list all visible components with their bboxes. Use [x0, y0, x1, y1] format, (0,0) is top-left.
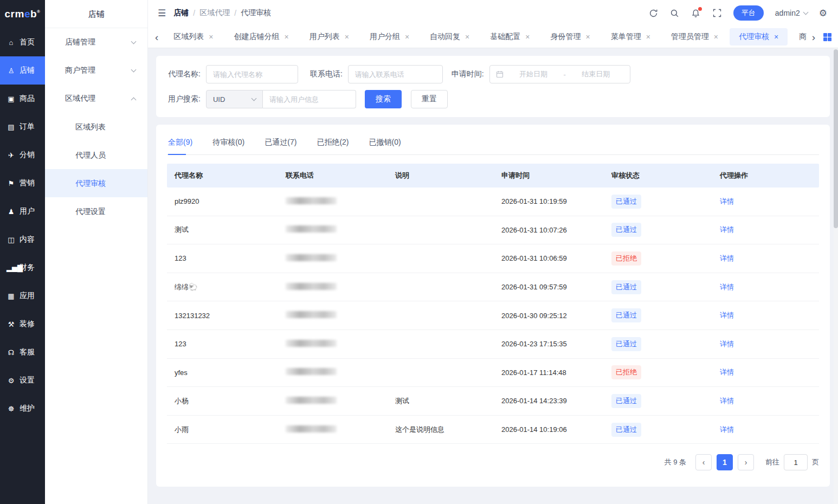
- fullscreen-icon[interactable]: [712, 8, 722, 18]
- table-row: 123 2026-01-31 10:06:59 已拒绝 详情: [167, 244, 819, 273]
- phone-input[interactable]: [348, 65, 443, 83]
- date-end-placeholder[interactable]: 结束日期: [568, 69, 624, 79]
- close-icon[interactable]: ×: [585, 33, 590, 41]
- tabs-grid-icon[interactable]: [823, 33, 831, 41]
- reset-button[interactable]: 重置: [411, 90, 448, 108]
- user-menu[interactable]: admin2: [775, 9, 808, 17]
- goto-page-input[interactable]: [784, 454, 808, 470]
- open-tab[interactable]: 用户列表 ×: [300, 28, 358, 46]
- cell-phone: [278, 225, 388, 234]
- agent-name-input[interactable]: [206, 65, 298, 83]
- gear-icon[interactable]: ⚙: [819, 8, 827, 19]
- breadcrumb-mid[interactable]: 区域代理: [199, 8, 230, 18]
- primary-nav-item[interactable]: ▤ 订单: [0, 113, 45, 141]
- nav-group-merchant-manage[interactable]: 商户管理: [45, 56, 147, 85]
- close-icon[interactable]: ×: [525, 33, 530, 41]
- primary-nav-item[interactable]: ♟ 用户: [0, 197, 45, 225]
- status-tab[interactable]: 全部(9): [168, 138, 192, 147]
- primary-nav-list: ⌂ 首页 ♙ 店铺 ▣ 商品 ▤ 订单 ✈ 分销: [0, 28, 45, 423]
- status-tab[interactable]: 待审核(0): [212, 138, 244, 147]
- open-tab[interactable]: 身份管理 ×: [541, 28, 599, 46]
- scrollbar-thumb[interactable]: [834, 49, 838, 228]
- primary-nav-item[interactable]: ☸ 维护: [0, 395, 45, 423]
- date-range-picker[interactable]: 开始日期 - 结束日期: [489, 65, 630, 83]
- status-badge: 已通过: [611, 223, 641, 237]
- close-icon[interactable]: ×: [465, 33, 469, 41]
- table-header: 代理名称 联系电话 说明 申请时间 审核状态 代理操作: [167, 164, 819, 188]
- detail-link[interactable]: 详情: [720, 340, 734, 348]
- primary-nav-item[interactable]: ▦ 应用: [0, 282, 45, 310]
- date-start-placeholder[interactable]: 开始日期: [506, 69, 562, 79]
- secondary-nav-item[interactable]: 代理人员: [45, 141, 147, 169]
- nav-group-regional-agent[interactable]: 区域代理: [45, 85, 147, 113]
- primary-nav-item[interactable]: ✈ 分销: [0, 141, 45, 169]
- primary-nav-label: 分销: [20, 150, 35, 160]
- filters-row-2: 用户搜索: UID 搜索 重置: [168, 90, 818, 108]
- primary-nav-item[interactable]: ▂▅▇ 财务: [0, 254, 45, 282]
- brand-logo[interactable]: crmeb®: [0, 0, 45, 28]
- nav-group-shop-manage[interactable]: 店铺管理: [45, 28, 147, 56]
- search-icon[interactable]: [670, 8, 680, 18]
- refresh-icon[interactable]: [649, 8, 659, 18]
- close-icon[interactable]: ×: [285, 33, 289, 41]
- detail-link[interactable]: 详情: [720, 254, 734, 262]
- primary-nav-item[interactable]: ☊ 客服: [0, 338, 45, 366]
- filters-row-1: 代理名称: 联系电话: 申请时间: 开始日期 - 结束日期: [168, 65, 818, 83]
- detail-link[interactable]: 详情: [720, 225, 734, 234]
- phone-label: 联系电话:: [310, 69, 343, 79]
- tabs-scroll-left-icon[interactable]: ‹: [151, 32, 162, 42]
- primary-nav-item[interactable]: ⚑ 营销: [0, 169, 45, 197]
- open-tab[interactable]: 管理员管理 ×: [662, 28, 727, 46]
- secondary-nav-item[interactable]: 代理设置: [45, 197, 147, 225]
- open-tab[interactable]: 代理审核 ×: [730, 28, 788, 46]
- detail-link[interactable]: 详情: [720, 311, 734, 319]
- primary-nav-item[interactable]: ♙ 店铺: [0, 56, 45, 85]
- breadcrumb-root[interactable]: 店铺: [173, 8, 189, 18]
- open-tab[interactable]: 商品管理 ×: [790, 28, 807, 46]
- apply-time-label: 申请时间:: [452, 69, 484, 79]
- user-type-select[interactable]: UID: [206, 90, 263, 108]
- calendar-icon: [496, 70, 504, 78]
- primary-nav-item[interactable]: ⚒ 装修: [0, 310, 45, 338]
- close-icon[interactable]: ×: [714, 33, 718, 41]
- open-tab[interactable]: 基础配置 ×: [481, 28, 539, 46]
- primary-nav-item[interactable]: ◫ 内容: [0, 225, 45, 254]
- pagination-total: 共 9 条: [665, 457, 686, 467]
- search-button[interactable]: 搜索: [365, 90, 402, 108]
- status-tab[interactable]: 已撤销(0): [369, 138, 401, 147]
- open-tab[interactable]: 区域列表 ×: [164, 28, 222, 46]
- close-icon[interactable]: ×: [209, 33, 213, 41]
- open-tab[interactable]: 创建店铺分组 ×: [225, 28, 298, 46]
- open-tab[interactable]: 用户分组 ×: [360, 28, 418, 46]
- detail-link[interactable]: 详情: [720, 368, 734, 376]
- collapse-menu-icon[interactable]: ☰: [158, 8, 166, 19]
- open-tabs-bar: ‹ 区域列表 × 创建店铺分组 × 用户列表 × 用户分组: [148, 26, 838, 48]
- tabs-scroll-right-icon[interactable]: ›: [808, 32, 819, 42]
- secondary-nav-item[interactable]: 代理审核: [45, 169, 147, 197]
- secondary-nav-item[interactable]: 区域列表: [45, 113, 147, 141]
- platform-badge[interactable]: 平台: [733, 5, 764, 21]
- open-tab[interactable]: 自动回复 ×: [421, 28, 479, 46]
- status-tab[interactable]: 已通过(7): [265, 138, 296, 147]
- pagination-prev-button[interactable]: ‹: [695, 454, 712, 470]
- close-icon[interactable]: ×: [774, 33, 778, 41]
- pagination-page-1[interactable]: 1: [717, 454, 733, 470]
- primary-nav-item[interactable]: ▣ 商品: [0, 85, 45, 113]
- primary-nav-item[interactable]: ⌂ 首页: [0, 28, 45, 56]
- goods-icon: ▣: [7, 95, 16, 103]
- close-icon[interactable]: ×: [345, 33, 349, 41]
- close-icon[interactable]: ×: [405, 33, 409, 41]
- detail-link[interactable]: 详情: [720, 425, 734, 434]
- scrollbar-track[interactable]: [834, 48, 838, 504]
- detail-link[interactable]: 详情: [720, 397, 734, 405]
- shop-icon: ♙: [7, 67, 16, 75]
- detail-link[interactable]: 详情: [720, 283, 734, 291]
- pagination-next-button[interactable]: ›: [738, 454, 754, 470]
- primary-nav-item[interactable]: ⚙ 设置: [0, 366, 45, 395]
- close-icon[interactable]: ×: [646, 33, 650, 41]
- detail-link[interactable]: 详情: [720, 197, 734, 205]
- open-tab[interactable]: 菜单管理 ×: [602, 28, 660, 46]
- notification-bell-icon[interactable]: [691, 8, 701, 18]
- status-tab[interactable]: 已拒绝(2): [317, 138, 349, 147]
- user-info-input[interactable]: [263, 90, 356, 108]
